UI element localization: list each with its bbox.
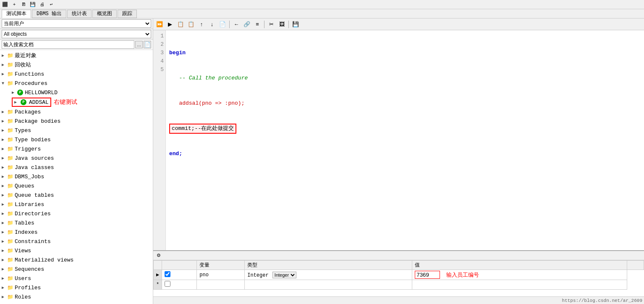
current-user-select[interactable]: 当前用户 (2, 19, 151, 28)
tab-statistics[interactable]: 统计表 (67, 10, 92, 18)
tree-arrow-functions: ▶ (2, 71, 7, 77)
folder-icon-queues: 📁 (7, 182, 13, 189)
variables-table: 变量 类型 值 ▶ pno Integer (153, 260, 644, 296)
folder-icon-libraries: 📁 (7, 201, 13, 208)
line-num-3: 3 (153, 49, 164, 57)
col-extra (627, 261, 644, 270)
folder-icon-recycle: 📁 (7, 61, 13, 68)
tree-arrow-indexes: ▶ (2, 230, 7, 235)
tree-item-types[interactable]: ▶ 📁 Types (0, 126, 153, 135)
search-row: … 📄 (0, 40, 153, 50)
tree-item-queues[interactable]: ▶ 📁 Queues (0, 181, 153, 190)
bottom-toolbar: ⚙ (153, 251, 644, 260)
tree-item-type-bodies[interactable]: ▶ 📁 Type bodies (0, 135, 153, 144)
toolbar-icon-3[interactable]: 🖹 (20, 1, 27, 8)
cut-button[interactable]: ✂ (267, 20, 276, 29)
folder-icon-roles: 📁 (7, 293, 13, 300)
image-button[interactable]: 🖼 (277, 20, 286, 29)
tree-item-synonyms[interactable]: ▶ 📁 Synonyms (0, 301, 153, 304)
status-text: https://blog.csdn.net/ar_2609 (562, 298, 642, 303)
toolbar-icon-4[interactable]: 💾 (29, 1, 36, 8)
tree-item-tables[interactable]: ▶ 📁 Tables (0, 218, 153, 227)
new-object-button[interactable]: 📄 (144, 41, 151, 48)
tree-item-indexes[interactable]: ▶ 📁 Indexes (0, 227, 153, 237)
tree-arrow-directories: ▶ (2, 211, 7, 216)
tree-item-triggers[interactable]: ▶ 📁 Triggers (0, 144, 153, 153)
tree-item-users[interactable]: ▶ 📁 Users (0, 274, 153, 283)
tree-label-queue-tables: Queue tables (15, 192, 54, 198)
row-marker-new: * (154, 280, 162, 290)
folder-icon-types: 📁 (7, 127, 13, 134)
tree-item-queue-tables[interactable]: ▶ 📁 Queue tables (0, 190, 153, 200)
separator-1 (229, 21, 230, 28)
doc-button[interactable]: 📄 (218, 20, 227, 29)
type-select-1[interactable]: Integer (272, 272, 296, 278)
tab-overview[interactable]: 概览图 (92, 10, 117, 18)
tree-arrow-java-sources: ▶ (2, 156, 7, 161)
row-value-1: 输入员工编号 (412, 270, 627, 280)
row-var-new[interactable] (197, 280, 245, 290)
code-addsal: addsal(pno => :pno); (169, 99, 244, 108)
toolbar-icon-2[interactable]: + (11, 1, 18, 8)
tree-item-packages[interactable]: ▶ 📁 Packages (0, 107, 153, 116)
tab-test-script[interactable]: 测试脚本 (2, 10, 31, 18)
row-checkbox-1[interactable] (162, 270, 197, 280)
tree-item-package-bodies[interactable]: ▶ 📁 Package bodies (0, 116, 153, 126)
text-button[interactable]: ≡ (253, 20, 262, 29)
tree-label-directories: Directories (15, 211, 51, 217)
value-input-1[interactable] (415, 271, 440, 279)
tree-label-java-classes: Java classes (15, 164, 54, 171)
down-button[interactable]: ↓ (207, 20, 217, 29)
toolbar-icon-5[interactable]: 🖨 (39, 1, 45, 8)
back-button[interactable]: ← (232, 20, 241, 29)
folder-icon-functions: 📁 (7, 71, 13, 77)
tree-item-directories[interactable]: ▶ 📁 Directories (0, 209, 153, 218)
all-objects-row: All objects (0, 29, 153, 40)
tree-item-mat-views[interactable]: ▶ 📁 Materialized views (0, 255, 153, 264)
tree-item-profiles[interactable]: ▶ 📁 Profiles (0, 283, 153, 292)
toolbar-icon-1[interactable]: ⬛ (2, 1, 8, 8)
paste-button[interactable]: 📋 (186, 20, 196, 29)
col-marker (154, 261, 162, 270)
tree-item-views[interactable]: ▶ 📁 Views (0, 246, 153, 255)
tree-item-functions[interactable]: ▶ 📁 Functions (0, 69, 153, 79)
tab-dbms-output[interactable]: DBMS 输出 (32, 10, 66, 18)
tree-item-recycle[interactable]: ▶ 📁 回收站 (0, 60, 153, 69)
tree-item-addsal[interactable]: ▶ P ADDSAL (12, 98, 51, 107)
tree-item-roles[interactable]: ▶ 📁 Roles (0, 292, 153, 301)
tree-item-java-sources[interactable]: ▶ 📁 Java sources (0, 153, 153, 163)
row-type-new (245, 280, 412, 290)
proc-icon-helloworld: P (17, 89, 24, 96)
run-button[interactable]: ▶ (165, 20, 175, 29)
tree-item-dbms-jobs[interactable]: ▶ 📁 DBMS_Jobs (0, 172, 153, 181)
bottom-btn-1[interactable]: ⚙ (155, 252, 162, 259)
tree-item-libraries[interactable]: ▶ 📁 Libraries (0, 200, 153, 209)
tree-item-constraints[interactable]: ▶ 📁 Constraints (0, 237, 153, 246)
run-begin-button[interactable]: ⏩ (155, 20, 164, 29)
tab-trace[interactable]: 跟踪 (118, 10, 137, 18)
save-button[interactable]: 💾 (291, 20, 300, 29)
tree-label-constraints: Constraints (15, 238, 51, 245)
right-panel: ⏩ ▶ 📋 📋 ↑ ↓ 📄 ← 🔗 ≡ ✂ 🖼 💾 1 2 3 4 5 (153, 19, 644, 304)
tree-arrow-sequences: ▶ (2, 267, 7, 272)
search-input[interactable] (2, 40, 134, 49)
proc-icon-addsal: P (20, 99, 27, 106)
tree-label-dbms-jobs: DBMS_Jobs (15, 174, 44, 180)
link-button[interactable]: 🔗 (242, 20, 251, 29)
row-checkbox-new[interactable] (162, 280, 197, 290)
user-selector-row: 当前用户 (0, 19, 153, 29)
toolbar-icon-6[interactable]: ↩ (48, 1, 55, 8)
up-button[interactable]: ↑ (197, 20, 206, 29)
tree-arrow-procedures: ▼ (2, 81, 7, 86)
tree-item-recent[interactable]: ▶ 📁 最近对象 (0, 51, 153, 60)
all-objects-select[interactable]: All objects (2, 30, 151, 38)
tree-item-procedures[interactable]: ▼ 📁 Procedures (0, 79, 153, 88)
tree-item-helloworld[interactable]: ▶ P HELLOWORLD (0, 88, 153, 97)
tree-item-java-classes[interactable]: ▶ 📁 Java classes (0, 163, 153, 172)
tree-item-sequences[interactable]: ▶ 📁 Sequences (0, 264, 153, 274)
code-content[interactable]: begin -- Call the procedure addsal(pno =… (166, 30, 644, 250)
folder-icon-procedures: 📁 (7, 80, 13, 87)
copy-button[interactable]: 📋 (176, 20, 185, 29)
tree-arrow-recycle: ▶ (2, 62, 7, 67)
search-button[interactable]: … (135, 41, 143, 48)
